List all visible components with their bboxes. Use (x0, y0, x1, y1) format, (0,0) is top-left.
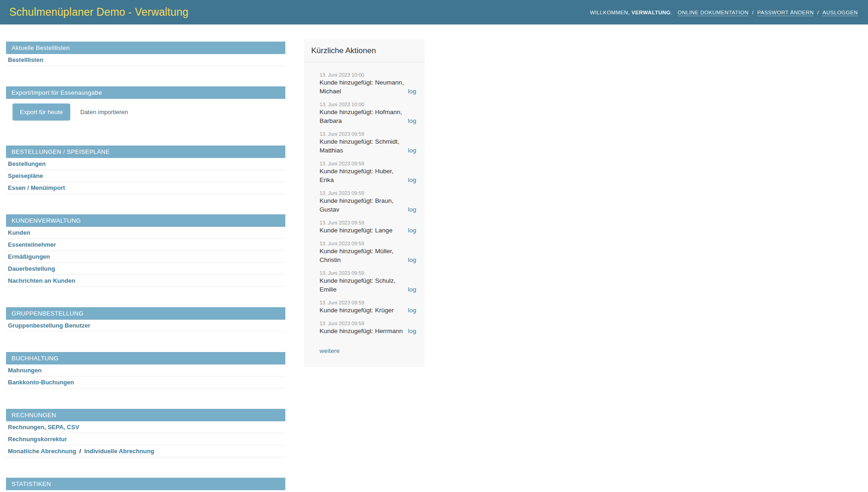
module-row: Gruppenbestellung Benutzer (6, 320, 285, 332)
action-timestamp: 13. Juni 2023 09:59 (320, 270, 416, 276)
logout-link[interactable]: AUSLOGGEN (823, 10, 858, 15)
module: RECHNUNGENRechnungen, SEPA, CSVRechnungs… (6, 409, 285, 457)
action-text: Kunde hinzugefügt: Herrmann (320, 327, 403, 335)
action-text: Kunde hinzugefügt: Braun, Gustav (320, 196, 404, 214)
module-row: Essen / Menüimport (6, 182, 285, 194)
recent-action-entry: 13. Juni 2023 09:59Kunde hinzugefügt: Hu… (320, 160, 416, 184)
model-link[interactable]: Mahnungen (8, 367, 42, 374)
action-line: Kunde hinzugefügt: Neumann, Michaellog (320, 78, 416, 96)
module: GRUPPENBESTELLUNGGruppenbestellung Benut… (6, 307, 285, 332)
module-row: Speisepläne (6, 170, 285, 182)
action-text: Kunde hinzugefügt: Müller, Christin (320, 247, 404, 264)
action-text: Kunde hinzugefügt: Schmidt, Matthias (320, 137, 404, 155)
action-line: Kunde hinzugefügt: Schulz, Emilielog (320, 276, 416, 294)
module: BESTELLUNGEN / SPEISEPLÄNEBestellungenSp… (6, 146, 285, 194)
export-import-body: Export für heuteDaten importieren (6, 99, 285, 125)
action-timestamp: 13. Juni 2023 09:59 (320, 131, 416, 137)
online-documentation-link[interactable]: ONLINE DOKUMENTATION (677, 10, 748, 15)
action-line: Kunde hinzugefügt: Braun, Gustavlog (320, 196, 416, 214)
module-row: Nachrichten an Kunden (6, 275, 285, 287)
model-link[interactable]: Bestellungen (8, 160, 46, 167)
action-text: Kunde hinzugefügt: Hofmann, Barbara (320, 108, 404, 125)
log-link[interactable]: log (408, 116, 416, 125)
main-content: Aktuelle BestelllistenBestelllistenExpor… (0, 24, 868, 492)
log-link[interactable]: log (408, 146, 416, 155)
log-link[interactable]: log (408, 205, 416, 214)
module-caption: RECHNUNGEN (6, 409, 285, 421)
log-link[interactable]: log (408, 226, 416, 235)
model-link[interactable]: Dauerbestellung (8, 265, 55, 272)
action-timestamp: 13. Juni 2023 09:59 (320, 240, 416, 247)
module-caption: STATISTIKEN (6, 478, 285, 490)
log-link[interactable]: log (408, 306, 416, 315)
model-link[interactable]: Individuelle Abrechnung (84, 448, 154, 455)
model-link[interactable]: Gruppenbestellung Benutzer (8, 322, 90, 329)
module-caption: GRUPPENBESTELLUNG (6, 307, 285, 320)
username: VERWALTUNG (631, 10, 671, 15)
model-link[interactable]: Essenteilnehmer (8, 241, 56, 248)
link-separator: / (752, 10, 755, 15)
recent-action-entry: 13. Juni 2023 09:59Kunde hinzugefügt: He… (320, 320, 416, 335)
log-link[interactable]: log (408, 176, 416, 184)
change-password-link[interactable]: PASSWORT ÄNDERN (757, 10, 813, 15)
action-text: Kunde hinzugefügt: Schulz, Emilie (320, 276, 404, 294)
action-line: Kunde hinzugefügt: Hofmann, Barbaralog (320, 108, 416, 125)
import-data-link[interactable]: Daten importieren (80, 109, 128, 115)
model-link[interactable]: Essen / Menüimport (8, 184, 65, 191)
model-link[interactable]: Bestelllisten (8, 56, 43, 63)
module-row: Monatliche Abrechnung/Individuelle Abrec… (6, 445, 285, 457)
module-caption: KUNDENVERWALTUNG (6, 214, 285, 227)
recent-actions-panel: Kürzliche Aktionen 13. Juni 2023 10:00Ku… (304, 39, 425, 367)
module: Export/Import für EssenausgabeExport für… (6, 86, 285, 125)
recent-action-entry: 13. Juni 2023 09:59Kunde hinzugefügt: Mü… (320, 240, 416, 264)
recent-action-entry: 13. Juni 2023 10:00Kunde hinzugefügt: Ho… (320, 101, 416, 125)
export-today-button[interactable]: Export für heute (12, 103, 70, 121)
module-row: Bestellungen (6, 158, 285, 170)
recent-action-entry: 13. Juni 2023 10:00Kunde hinzugefügt: Ne… (320, 72, 416, 96)
module: BUCHHALTUNGMahnungenBankkonto-Buchungen (6, 352, 285, 389)
more-actions-link[interactable]: weitere (320, 347, 340, 354)
log-link[interactable]: log (408, 327, 416, 335)
model-link[interactable]: Nachrichten an Kunden (8, 277, 75, 284)
module-row: Ermäßigungen (6, 251, 285, 263)
action-line: Kunde hinzugefügt: Herrmannlog (320, 327, 416, 335)
welcome-period: . (671, 10, 672, 15)
log-link[interactable]: log (408, 87, 416, 96)
action-timestamp: 13. Juni 2023 09:59 (320, 160, 416, 167)
sidebar: Aktuelle BestelllistenBestelllistenExpor… (6, 42, 285, 492)
recent-action-entry: 13. Juni 2023 09:59Kunde hinzugefügt: Br… (320, 190, 416, 214)
action-text: Kunde hinzugefügt: Huber, Erika (320, 167, 404, 184)
model-link[interactable]: Kunden (8, 229, 30, 236)
model-link[interactable]: Bankkonto-Buchungen (8, 379, 74, 386)
module-caption: Export/Import für Essenausgabe (6, 86, 285, 99)
user-tools: WILLKOMMEN, VERWALTUNG. ONLINE DOKUMENTA… (590, 10, 858, 15)
module-row: Mahnungen (6, 364, 285, 377)
model-link[interactable]: Monatliche Abrechnung (8, 448, 76, 455)
module-caption: BUCHHALTUNG (6, 352, 285, 364)
module-row: Rechnungskorrektur (6, 433, 285, 445)
recent-action-entry: 13. Juni 2023 09:59Kunde hinzugefügt: Sc… (320, 270, 416, 294)
action-text: Kunde hinzugefügt: Neumann, Michael (320, 78, 404, 96)
log-link[interactable]: log (408, 255, 416, 264)
module-row: Bestelllisten (6, 54, 285, 66)
module: KUNDENVERWALTUNGKundenEssenteilnehmerErm… (6, 214, 285, 287)
recent-actions-header: Kürzliche Aktionen (304, 39, 425, 62)
recent-actions-title: Kürzliche Aktionen (311, 46, 417, 55)
module-caption: Aktuelle Bestelllisten (6, 42, 285, 54)
user-links: ONLINE DOKUMENTATION / PASSWORT ÄNDERN /… (674, 10, 858, 15)
action-timestamp: 13. Juni 2023 09:59 (320, 219, 416, 226)
model-link[interactable]: Ermäßigungen (8, 253, 50, 260)
model-link[interactable]: Rechnungen, SEPA, CSV (8, 424, 79, 431)
recent-action-entry: 13. Juni 2023 09:59Kunde hinzugefügt: La… (320, 219, 416, 235)
module: Aktuelle BestelllistenBestelllisten (6, 42, 285, 66)
model-link[interactable]: Speisepläne (8, 172, 43, 179)
module-row: Essenteilnehmer (6, 239, 285, 251)
action-text: Kunde hinzugefügt: Krüger (320, 306, 394, 315)
module: STATISTIKEN (6, 478, 285, 490)
header-bar: Schulmenüplaner Demo - Verwaltung WILLKO… (0, 0, 868, 24)
recent-action-entry: 13. Juni 2023 09:59Kunde hinzugefügt: Sc… (320, 131, 416, 155)
log-link[interactable]: log (408, 285, 416, 294)
model-link[interactable]: Rechnungskorrektur (8, 436, 67, 443)
action-timestamp: 13. Juni 2023 09:59 (320, 320, 416, 327)
action-text: Kunde hinzugefügt: Lange (320, 226, 393, 235)
